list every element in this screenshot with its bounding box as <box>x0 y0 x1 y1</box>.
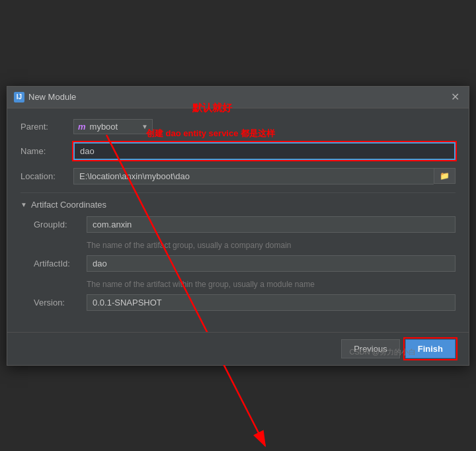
module-icon: m <box>78 122 86 132</box>
artifact-section-content: GroupId: The name of the artifact group,… <box>20 216 456 311</box>
parent-label: Parent: <box>20 122 73 132</box>
separator <box>20 192 456 193</box>
version-row: Version: <box>34 294 456 311</box>
version-label: Version: <box>34 298 87 308</box>
artifact-section-label: Artifact Coordinates <box>31 200 106 210</box>
dialog-body: 默认就好 Parent: m myboot ▼ Name: 创建 dao ent… <box>7 108 469 365</box>
version-input[interactable] <box>87 294 456 311</box>
groupid-label: GroupId: <box>34 220 87 229</box>
close-button[interactable]: ✕ <box>448 91 462 104</box>
groupid-row: GroupId: <box>34 216 456 233</box>
dialog-titlebar: IJ New Module ✕ <box>7 87 469 108</box>
location-label: Location: <box>20 171 73 181</box>
artifact-section-header: ▼ Artifact Coordinates <box>20 200 456 210</box>
titlebar-left: IJ New Module <box>14 92 76 102</box>
name-input[interactable] <box>73 142 456 160</box>
groupid-hint: The name of the artifact group, usually … <box>34 241 456 250</box>
parent-select[interactable]: m myboot ▼ <box>73 119 153 134</box>
version-wrap <box>87 294 456 311</box>
location-row: Location: 📁 <box>20 168 456 184</box>
groupid-input[interactable] <box>87 216 456 233</box>
location-browse-button[interactable]: 📁 <box>434 168 456 184</box>
name-annotation: 创建 dao entity service 都是这样 <box>146 128 275 140</box>
artifactid-hint: The name of the artifact within the grou… <box>34 280 456 289</box>
dialog-title: New Module <box>28 92 76 102</box>
new-module-dialog: IJ New Module ✕ 默认就好 Parent: m myboot ▼ <box>7 86 469 366</box>
location-input[interactable] <box>73 168 434 184</box>
name-input-wrap <box>73 142 456 160</box>
watermark: CSDN @努力的小白 <box>350 347 416 357</box>
name-label: Name: <box>20 146 73 156</box>
location-wrap: 📁 <box>73 168 456 184</box>
section-collapse-icon[interactable]: ▼ <box>20 201 27 208</box>
artifactid-row: ArtifactId: <box>34 255 456 272</box>
name-row: Name: 创建 dao entity service 都是这样 <box>20 142 456 160</box>
default-annotation: 默认就好 <box>192 102 232 114</box>
groupid-wrap <box>87 216 456 233</box>
dialog-icon: IJ <box>14 92 24 102</box>
artifactid-input[interactable] <box>87 255 456 272</box>
artifactid-label: ArtifactId: <box>34 259 87 268</box>
artifactid-wrap <box>87 255 456 272</box>
parent-value: myboot <box>90 122 118 132</box>
